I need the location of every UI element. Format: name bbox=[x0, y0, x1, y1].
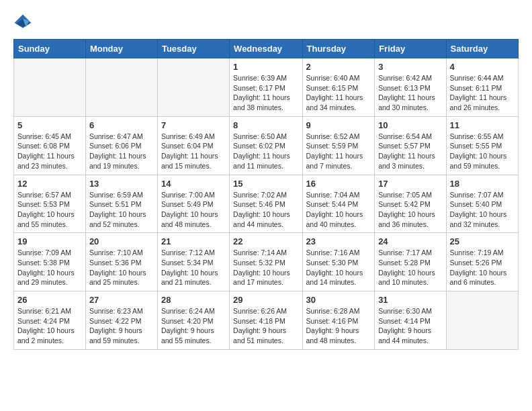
calendar-cell: 2Sunrise: 6:40 AM Sunset: 6:15 PM Daylig… bbox=[302, 58, 375, 117]
calendar-cell: 14Sunrise: 7:00 AM Sunset: 5:49 PM Dayli… bbox=[157, 175, 229, 233]
day-number: 2 bbox=[306, 62, 371, 72]
day-info: Sunrise: 6:59 AM Sunset: 5:51 PM Dayligh… bbox=[89, 190, 154, 230]
day-number: 13 bbox=[89, 179, 154, 189]
calendar-cell: 21Sunrise: 7:12 AM Sunset: 5:34 PM Dayli… bbox=[157, 233, 229, 291]
week-row-1: 1Sunrise: 6:39 AM Sunset: 6:17 PM Daylig… bbox=[14, 58, 519, 117]
day-number: 1 bbox=[233, 62, 298, 72]
day-info: Sunrise: 6:55 AM Sunset: 5:55 PM Dayligh… bbox=[450, 132, 515, 171]
day-info: Sunrise: 6:21 AM Sunset: 4:24 PM Dayligh… bbox=[17, 306, 82, 346]
day-number: 7 bbox=[161, 120, 226, 130]
calendar-cell: 5Sunrise: 6:45 AM Sunset: 6:08 PM Daylig… bbox=[14, 116, 86, 175]
weekday-header-sunday: Sunday bbox=[14, 40, 86, 58]
day-number: 18 bbox=[450, 179, 515, 189]
day-number: 29 bbox=[233, 295, 298, 305]
calendar-cell: 22Sunrise: 7:14 AM Sunset: 5:32 PM Dayli… bbox=[230, 233, 302, 291]
day-info: Sunrise: 6:57 AM Sunset: 5:53 PM Dayligh… bbox=[17, 190, 82, 230]
calendar-cell: 31Sunrise: 6:30 AM Sunset: 4:14 PM Dayli… bbox=[375, 291, 446, 350]
day-info: Sunrise: 6:45 AM Sunset: 6:08 PM Dayligh… bbox=[17, 132, 82, 171]
week-row-5: 26Sunrise: 6:21 AM Sunset: 4:24 PM Dayli… bbox=[14, 291, 519, 350]
weekday-header-monday: Monday bbox=[85, 40, 157, 58]
calendar-cell: 6Sunrise: 6:47 AM Sunset: 6:06 PM Daylig… bbox=[85, 116, 157, 175]
calendar-cell: 12Sunrise: 6:57 AM Sunset: 5:53 PM Dayli… bbox=[14, 175, 86, 233]
weekday-header-wednesday: Wednesday bbox=[230, 40, 302, 58]
day-info: Sunrise: 6:26 AM Sunset: 4:18 PM Dayligh… bbox=[233, 306, 298, 346]
week-row-4: 19Sunrise: 7:09 AM Sunset: 5:38 PM Dayli… bbox=[14, 233, 519, 291]
day-number: 12 bbox=[17, 179, 82, 189]
calendar-cell: 4Sunrise: 6:44 AM Sunset: 6:11 PM Daylig… bbox=[446, 58, 518, 117]
day-info: Sunrise: 7:17 AM Sunset: 5:28 PM Dayligh… bbox=[378, 248, 442, 287]
calendar-cell bbox=[157, 58, 229, 117]
day-info: Sunrise: 6:54 AM Sunset: 5:57 PM Dayligh… bbox=[378, 132, 442, 171]
calendar-cell: 27Sunrise: 6:23 AM Sunset: 4:22 PM Dayli… bbox=[85, 291, 157, 350]
day-info: Sunrise: 7:19 AM Sunset: 5:26 PM Dayligh… bbox=[450, 248, 515, 287]
day-number: 11 bbox=[450, 120, 515, 130]
day-info: Sunrise: 7:09 AM Sunset: 5:38 PM Dayligh… bbox=[17, 248, 82, 287]
calendar-cell: 20Sunrise: 7:10 AM Sunset: 5:36 PM Dayli… bbox=[85, 233, 157, 291]
day-info: Sunrise: 7:10 AM Sunset: 5:36 PM Dayligh… bbox=[89, 248, 154, 287]
day-number: 17 bbox=[378, 179, 442, 189]
calendar-cell: 25Sunrise: 7:19 AM Sunset: 5:26 PM Dayli… bbox=[446, 233, 518, 291]
day-info: Sunrise: 7:12 AM Sunset: 5:34 PM Dayligh… bbox=[161, 248, 226, 287]
calendar-cell: 29Sunrise: 6:26 AM Sunset: 4:18 PM Dayli… bbox=[230, 291, 302, 350]
day-number: 16 bbox=[306, 179, 371, 189]
calendar-cell: 11Sunrise: 6:55 AM Sunset: 5:55 PM Dayli… bbox=[446, 116, 518, 175]
calendar-cell: 28Sunrise: 6:24 AM Sunset: 4:20 PM Dayli… bbox=[157, 291, 229, 350]
day-info: Sunrise: 6:39 AM Sunset: 6:17 PM Dayligh… bbox=[233, 73, 298, 113]
day-info: Sunrise: 6:40 AM Sunset: 6:15 PM Dayligh… bbox=[306, 73, 371, 113]
calendar-cell: 3Sunrise: 6:42 AM Sunset: 6:13 PM Daylig… bbox=[375, 58, 446, 117]
calendar-cell: 16Sunrise: 7:04 AM Sunset: 5:44 PM Dayli… bbox=[302, 175, 375, 233]
day-info: Sunrise: 6:44 AM Sunset: 6:11 PM Dayligh… bbox=[450, 73, 515, 113]
calendar-cell: 15Sunrise: 7:02 AM Sunset: 5:46 PM Dayli… bbox=[230, 175, 302, 233]
day-number: 10 bbox=[378, 120, 442, 130]
page: SundayMondayTuesdayWednesdayThursdayFrid… bbox=[0, 0, 532, 357]
day-info: Sunrise: 6:42 AM Sunset: 6:13 PM Dayligh… bbox=[378, 73, 442, 113]
day-number: 25 bbox=[450, 236, 515, 246]
day-number: 28 bbox=[161, 295, 226, 305]
header-row bbox=[13, 13, 519, 32]
day-number: 26 bbox=[17, 295, 82, 305]
day-info: Sunrise: 7:07 AM Sunset: 5:40 PM Dayligh… bbox=[450, 190, 515, 230]
week-row-3: 12Sunrise: 6:57 AM Sunset: 5:53 PM Dayli… bbox=[14, 175, 519, 233]
day-number: 9 bbox=[306, 120, 371, 130]
calendar-cell: 7Sunrise: 6:49 AM Sunset: 6:04 PM Daylig… bbox=[157, 116, 229, 175]
day-info: Sunrise: 6:47 AM Sunset: 6:06 PM Dayligh… bbox=[89, 132, 154, 171]
logo-icon bbox=[13, 13, 32, 32]
day-info: Sunrise: 6:28 AM Sunset: 4:16 PM Dayligh… bbox=[306, 306, 371, 346]
day-number: 31 bbox=[378, 295, 442, 305]
calendar-cell: 24Sunrise: 7:17 AM Sunset: 5:28 PM Dayli… bbox=[375, 233, 446, 291]
calendar-cell: 1Sunrise: 6:39 AM Sunset: 6:17 PM Daylig… bbox=[230, 58, 302, 117]
calendar-cell: 13Sunrise: 6:59 AM Sunset: 5:51 PM Dayli… bbox=[85, 175, 157, 233]
calendar: SundayMondayTuesdayWednesdayThursdayFrid… bbox=[13, 39, 519, 350]
day-number: 15 bbox=[233, 179, 298, 189]
calendar-cell: 19Sunrise: 7:09 AM Sunset: 5:38 PM Dayli… bbox=[14, 233, 86, 291]
calendar-cell: 10Sunrise: 6:54 AM Sunset: 5:57 PM Dayli… bbox=[375, 116, 446, 175]
weekday-header-tuesday: Tuesday bbox=[157, 40, 229, 58]
day-number: 21 bbox=[161, 236, 226, 246]
day-number: 24 bbox=[378, 236, 442, 246]
logo bbox=[13, 13, 35, 32]
calendar-cell bbox=[14, 58, 86, 117]
calendar-cell: 17Sunrise: 7:05 AM Sunset: 5:42 PM Dayli… bbox=[375, 175, 446, 233]
day-info: Sunrise: 7:14 AM Sunset: 5:32 PM Dayligh… bbox=[233, 248, 298, 287]
calendar-cell: 26Sunrise: 6:21 AM Sunset: 4:24 PM Dayli… bbox=[14, 291, 86, 350]
day-number: 14 bbox=[161, 179, 226, 189]
weekday-header-friday: Friday bbox=[375, 40, 446, 58]
weekday-header-row: SundayMondayTuesdayWednesdayThursdayFrid… bbox=[14, 40, 519, 58]
day-number: 20 bbox=[89, 236, 154, 246]
day-number: 5 bbox=[17, 120, 82, 130]
day-number: 22 bbox=[233, 236, 298, 246]
day-info: Sunrise: 6:30 AM Sunset: 4:14 PM Dayligh… bbox=[378, 306, 442, 346]
day-number: 30 bbox=[306, 295, 371, 305]
day-info: Sunrise: 7:02 AM Sunset: 5:46 PM Dayligh… bbox=[233, 190, 298, 230]
day-number: 8 bbox=[233, 120, 298, 130]
weekday-header-thursday: Thursday bbox=[302, 40, 375, 58]
day-info: Sunrise: 6:52 AM Sunset: 5:59 PM Dayligh… bbox=[306, 132, 371, 171]
day-number: 3 bbox=[378, 62, 442, 72]
weekday-header-saturday: Saturday bbox=[446, 40, 518, 58]
week-row-2: 5Sunrise: 6:45 AM Sunset: 6:08 PM Daylig… bbox=[14, 116, 519, 175]
calendar-cell bbox=[85, 58, 157, 117]
calendar-cell bbox=[446, 291, 518, 350]
day-number: 23 bbox=[306, 236, 371, 246]
calendar-cell: 9Sunrise: 6:52 AM Sunset: 5:59 PM Daylig… bbox=[302, 116, 375, 175]
day-info: Sunrise: 7:04 AM Sunset: 5:44 PM Dayligh… bbox=[306, 190, 371, 230]
